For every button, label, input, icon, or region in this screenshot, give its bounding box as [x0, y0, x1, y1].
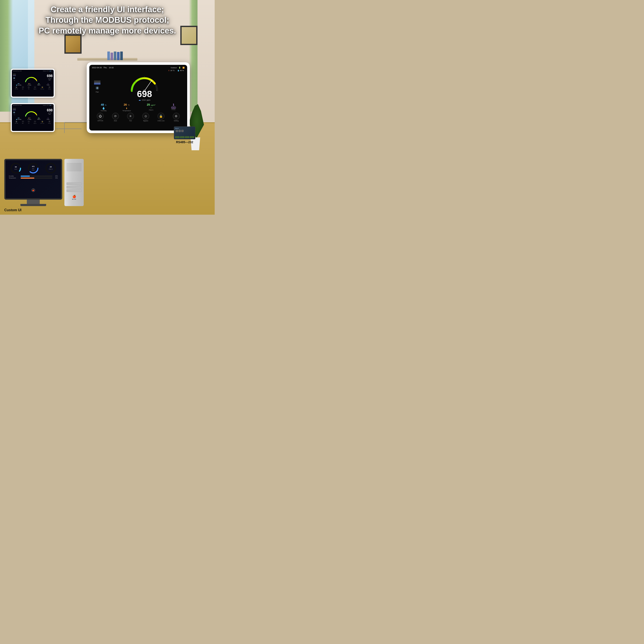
small-controls-row-2: ⏻OFF/ON ⟳Auto ✳Fan ⊙Bypass 🔒Child Lock ⚙…: [13, 120, 53, 124]
main-device: 2022-04-25 Thu. 10:32 Outdoor 🔋 📶 🌡 19 °…: [87, 62, 190, 133]
btn-bypass[interactable]: ⊙ Bypass: [142, 113, 149, 122]
header-section: Create a friendly UI interface; Through …: [32, 4, 182, 36]
monitor-logo: 🍎: [32, 188, 35, 192]
small-co2-display-2: 698 ☁ CO2ppm: [47, 108, 53, 115]
pc-tower: 🍎: [64, 159, 84, 208]
screen-main-area: ✳ Fan: [92, 72, 185, 101]
small-device-2: 2022-04-25 Thu. 10:32 Outdoor 🌡19 °C 💧48…: [11, 103, 55, 132]
metric-tvoc: 1 VOC TVOC: [171, 103, 176, 111]
curtain-right: [189, 0, 197, 112]
metric-pm25: 25 μg/m³ 〰 PM2.5: [147, 103, 155, 111]
bypass-label: Bypass: [143, 120, 148, 122]
small-controls-row: ⏻OFF/ON ⟳Auto ✳Fan ⊙Bypass 🔒Child Lock ⚙…: [13, 86, 53, 90]
svg-text:CO2: CO2: [32, 170, 35, 171]
small-fan-section-2: ✳ Fan: [13, 108, 16, 115]
tower-grill: [67, 163, 82, 171]
adapter-body: Dtech: [174, 126, 195, 139]
shelf-books: [107, 52, 125, 60]
offon-icon: ⏻: [97, 113, 104, 120]
svg-text:34: 34: [15, 166, 17, 168]
metric-temperature: 26 °C 🌡 Temperature: [123, 103, 131, 111]
apple-icon: 🍎: [72, 195, 76, 198]
tower-body: 🍎: [64, 159, 84, 206]
offon-label: OFF/ON: [97, 120, 103, 122]
co2-display: 698 ☁ CO2 ppm: [137, 90, 152, 101]
metrics-row: 48 % 💧 Humidity 26 °C 🌡 Temperature 25 μ…: [92, 103, 185, 111]
fan-label: Fan: [96, 91, 99, 93]
monitor-screen: 34 VOC 473 ppm CO2: [6, 160, 61, 198]
small-gauge-2: [17, 106, 46, 117]
header-text: Create a friendly UI interface; Through …: [32, 4, 182, 36]
btn-childlock[interactable]: 🔒 Child Lock: [157, 113, 164, 122]
adapter-brand: Dtech: [175, 128, 179, 129]
custom-ui-label: Custom UI: [4, 208, 21, 212]
co2-gauge: 473 ppm CO2: [27, 162, 39, 174]
btn-setting[interactable]: ⚙ Setting: [173, 113, 180, 122]
small-co2-display: 698 ☁ CO2ppm: [47, 74, 53, 81]
small-gauge: [17, 72, 46, 83]
monitor-bars: Humidity 29% Temperature 43%: [8, 175, 59, 179]
monitor-frame: 34 VOC 473 ppm CO2: [4, 159, 62, 200]
monitor-base: [20, 204, 46, 206]
humidity-bar-fill: [21, 176, 30, 177]
pm25-gauge: 25 PM2.5: [45, 162, 57, 174]
voc-gauge: 34 VOC: [10, 162, 22, 174]
small-device-1: 2022-04-25 Thu. 10:32 Outdoor 🌡19 °C 💧48…: [11, 69, 55, 98]
gauge-container: 698 ☁ CO2 ppm: [104, 72, 185, 101]
monitor-gauges: 34 VOC 473 ppm CO2: [8, 162, 59, 174]
svg-text:PM2.5: PM2.5: [49, 169, 53, 170]
rs485-label: RS485---232: [172, 140, 197, 144]
bypass-icon: ⊙: [142, 113, 149, 120]
small-fan-section: ✳ Fan: [13, 74, 16, 81]
fan-ctrl-icon: ✳: [127, 113, 134, 120]
setting-icon: ⚙: [173, 113, 180, 120]
co2-cloud-icon: ☁: [138, 99, 141, 101]
auto-label: Auto: [114, 120, 117, 122]
svg-text:473: 473: [32, 166, 35, 167]
btn-fan[interactable]: ✳ Fan: [127, 113, 134, 122]
childlock-label: Child Lock: [157, 120, 164, 122]
small-metrics-row: 48% 💧Humidity 26°C 🌡Temp 25μ PM2.5 1 TVO…: [13, 83, 53, 86]
humidity-bar-track: [21, 176, 52, 177]
wall-frame-left: [64, 34, 82, 54]
btn-offon[interactable]: ⏻ OFF/ON: [97, 113, 104, 122]
screen-outdoor: Outdoor 🔋 📶: [171, 67, 185, 69]
custom-ui-section: Custom UI: [4, 208, 21, 212]
svg-text:ppm: ppm: [32, 168, 34, 169]
temp-bar-row: Temperature 43%: [9, 177, 58, 179]
temp-bar-value: 43%: [53, 177, 58, 179]
screen-header: 2022-04-25 Thu. 10:32 Outdoor 🔋 📶: [92, 67, 185, 69]
temp-bar-fill: [21, 178, 34, 179]
rs485-adapter: Dtech RS485---232: [172, 126, 197, 144]
adapter-ports: [175, 136, 194, 138]
humidity-bar-row: Humidity 29%: [9, 175, 58, 177]
fan-icon: ✳: [95, 85, 99, 91]
svg-point-18: [46, 164, 55, 173]
btn-auto[interactable]: ⟳ Auto: [112, 113, 119, 122]
tower-lights: [72, 199, 76, 200]
temp-bar-track: [21, 178, 52, 179]
controls-row: ⏻ OFF/ON ⟳ Auto ✳ Fan ⊙ Bypass 🔒 Child L…: [92, 113, 185, 122]
fan-section: ✳ Fan: [92, 81, 103, 93]
metric-humidity: 48 % 💧 Humidity: [101, 103, 106, 111]
tower-logo: 🍎: [72, 195, 76, 200]
screen-date: 2022-04-25 Thu. 10:32: [92, 67, 114, 69]
small-metrics-row-2: 48% 💧Humidity 26°C 🌡Temp 25μ PM2.5 1 TVO…: [13, 117, 53, 120]
svg-text:VOC: VOC: [14, 169, 17, 170]
humidity-bar-label: Humidity: [9, 175, 20, 177]
setting-label: Setting: [174, 120, 179, 122]
childlock-icon: 🔒: [158, 113, 164, 120]
wall-frame-right: [180, 26, 197, 45]
temp-bar-label: Temperature: [9, 177, 20, 179]
svg-text:25: 25: [50, 166, 52, 168]
pc-monitor: 34 VOC 473 ppm CO2: [4, 159, 62, 206]
auto-icon: ⟳: [112, 113, 119, 120]
fan-ctrl-label: Fan: [129, 120, 132, 122]
monitor-stand: [27, 200, 40, 204]
humidity-bar-value: 29%: [53, 175, 58, 177]
